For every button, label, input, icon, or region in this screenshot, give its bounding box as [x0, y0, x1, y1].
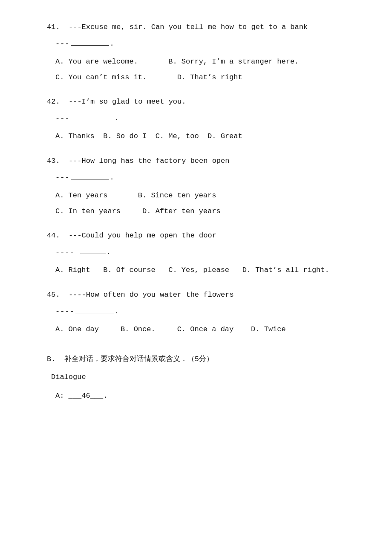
question-44: 44. ---Could you help me open the door -…: [47, 230, 358, 277]
question-43-options-row1: A. Ten years B. Since ten years: [55, 189, 358, 202]
question-43: 43. ---How long has the factory been ope…: [47, 155, 358, 218]
question-44-prompt: 44. ---Could you help me open the door: [47, 230, 358, 242]
dialogue-a-line: A: ___46___.: [55, 390, 358, 402]
question-43-prompt: 43. ---How long has the factory been ope…: [47, 155, 358, 168]
question-43-options-row2: C. In ten years D. After ten years: [55, 205, 358, 218]
question-44-options: A. Right B. Of course C. Yes, please D. …: [55, 264, 345, 277]
section-b: B. 补全对话，要求符合对话情景或含义．（5分） Dialogue A: ___…: [47, 353, 358, 402]
question-41: 41. ---Excuse me, sir. Can you tell me h…: [47, 21, 358, 84]
question-42-prompt: 42. ---I’m so glad to meet you.: [47, 96, 358, 108]
question-41-options-row2: C. You can’t miss it. D. That’s right: [55, 71, 358, 84]
question-42-answer: --- .: [55, 113, 358, 124]
question-41-options-row1: A. You are welcome. B. Sorry, I’m a stra…: [55, 55, 358, 69]
question-44-answer: ---- .: [55, 246, 358, 258]
question-45-answer: ----.: [55, 306, 358, 317]
question-41-answer: ---.: [55, 38, 358, 49]
question-42: 42. ---I’m so glad to meet you. --- . A.…: [47, 96, 358, 143]
question-45-prompt: 45. ----How often do you water the flowe…: [47, 289, 358, 301]
section-b-instruction: B. 补全对话，要求符合对话情景或含义．（5分）: [47, 353, 358, 366]
question-41-prompt: 41. ---Excuse me, sir. Can you tell me h…: [47, 21, 358, 34]
question-43-answer: ---.: [55, 172, 358, 183]
dialogue-label: Dialogue: [51, 371, 358, 383]
question-45: 45. ----How often do you water the flowe…: [47, 289, 358, 336]
question-42-options: A. Thanks B. So do I C. Me, too D. Great: [55, 130, 358, 143]
question-45-options: A. One day B. Once. C. Once a day D. Twi…: [55, 323, 358, 336]
